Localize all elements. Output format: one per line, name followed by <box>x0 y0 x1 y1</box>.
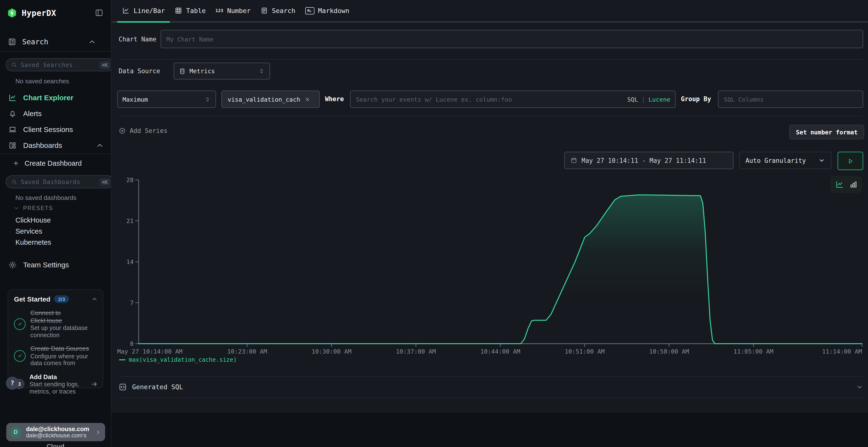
page-background <box>112 413 868 447</box>
where-search-input[interactable] <box>350 91 676 108</box>
saved-dashboards-input[interactable]: Saved Dashboards ⌘K <box>6 175 114 188</box>
sidebar-item-team-settings[interactable]: Team Settings <box>0 257 111 273</box>
chart-name-label: Chart Name <box>119 36 156 43</box>
doc-icon <box>260 7 268 14</box>
saved-dashboards-placeholder: Saved Dashboards <box>21 178 96 185</box>
no-saved-dashboards-text: No saved dashboards <box>16 194 76 201</box>
saved-searches-placeholder: Saved Searches <box>21 61 96 68</box>
help-button[interactable]: ? <box>6 377 19 390</box>
close-icon[interactable] <box>304 96 310 102</box>
chevron-down-icon <box>856 383 863 390</box>
divider <box>119 115 863 116</box>
get-started-item[interactable]: 3Add DataStart sending logs, metrics, or… <box>14 373 98 395</box>
x-tick-label: 11:14:00 AM <box>822 348 862 355</box>
group-by-input[interactable] <box>718 91 863 108</box>
preset-kubernetes[interactable]: Kubernetes <box>0 237 111 248</box>
shortcut-badge: ⌘K <box>100 178 111 186</box>
presets-label: PRESETS <box>23 205 53 211</box>
logo[interactable]: HyperDX <box>7 8 56 18</box>
data-source-select[interactable]: Metrics <box>174 63 270 79</box>
lucene-language-toggle[interactable]: Lucene <box>649 96 670 103</box>
get-started-item[interactable]: Create Data SourcesConfigure where your … <box>14 345 98 367</box>
metric-chip[interactable]: visa_validation_cach <box>221 91 320 108</box>
x-tick-label: 10:51:00 AM <box>565 348 605 355</box>
dashboard-icon <box>8 141 17 149</box>
play-icon <box>847 157 854 165</box>
sidebar-item-chart-explorer[interactable]: Chart Explorer <box>0 90 111 105</box>
laptop-icon <box>8 125 17 134</box>
add-series-button[interactable]: Add Series <box>119 127 167 134</box>
bell-icon <box>8 109 17 118</box>
preset-clickhouse[interactable]: ClickHouse <box>0 214 111 226</box>
tab-search[interactable]: Search <box>255 0 300 23</box>
sidebar-item-alerts[interactable]: Alerts <box>0 105 111 122</box>
divider <box>0 51 111 51</box>
saved-searches-input[interactable]: Saved Searches ⌘K <box>6 58 114 71</box>
x-tick-label: 10:23:00 AM <box>227 348 267 355</box>
divider <box>0 153 111 154</box>
group-by-label: Group By <box>681 95 711 103</box>
tab-line-bar[interactable]: Line/Bar <box>117 0 170 23</box>
chevron-up-icon[interactable] <box>95 141 104 149</box>
granularity-select[interactable]: Auto Granularity <box>739 152 831 169</box>
legend-label: max(visa_validation_cache.size) <box>129 356 237 363</box>
x-tick-label: 10:58:00 AM <box>649 348 689 355</box>
set-number-format-button[interactable]: Set number format <box>789 125 864 139</box>
get-started-item[interactable]: Connect to ClickHouseSet up your databas… <box>14 309 98 339</box>
step-subtitle: Set up your database connection <box>30 325 90 339</box>
select-chevrons-icon <box>258 68 265 74</box>
chart-svg[interactable]: 07142128May 27 10:14:00 AM10:23:00 AM10:… <box>112 171 868 376</box>
create-dashboard-button[interactable]: Create Dashboard <box>12 160 82 167</box>
sidebar-item-client-sessions[interactable]: Client Sessions <box>0 122 111 137</box>
sidebar-section-search[interactable]: Search <box>8 38 103 46</box>
generated-sql-toggle[interactable]: Generated SQL <box>119 376 863 398</box>
line-chart-icon <box>122 7 130 14</box>
tab-label: Table <box>186 7 206 14</box>
tab-markdown[interactable]: M↓Markdown <box>300 0 354 23</box>
date-range-picker[interactable]: May 27 10:14:11 - May 27 11:14:11 <box>564 152 734 169</box>
main-panel: Line/BarTable123NumberSearchM↓Markdown C… <box>112 0 868 413</box>
chevron-down-icon <box>818 157 825 164</box>
run-query-button[interactable] <box>838 152 863 170</box>
series-line <box>138 195 862 344</box>
divider <box>119 398 863 398</box>
chart-legend[interactable]: max(visa_validation_cache.size) <box>119 356 237 363</box>
step-title: Create Data Sources <box>30 345 90 352</box>
x-tick-label: 10:44:00 AM <box>480 348 520 355</box>
get-started-card: Get Started 2/3 Connect to ClickHouseSet… <box>8 289 103 388</box>
y-tick-label: 0 <box>130 340 133 347</box>
presets-header[interactable]: PRESETS <box>13 205 53 211</box>
search-icon <box>11 179 18 185</box>
tab-label: Number <box>227 7 251 14</box>
chevron-right-icon <box>95 429 101 435</box>
user-menu[interactable]: D dale@clickhouse.com dale@clickhouse.co… <box>6 423 105 441</box>
select-chevrons-icon <box>205 96 211 102</box>
collapse-sidebar-icon[interactable] <box>94 8 104 18</box>
help-label: ? <box>10 380 14 387</box>
step-title: Connect to ClickHouse <box>30 309 90 324</box>
sql-language-toggle[interactable]: SQL <box>627 96 638 103</box>
tab-number[interactable]: 123Number <box>211 0 255 23</box>
aggregation-select[interactable]: Maximum <box>117 91 216 108</box>
user-email: dale@clickhouse.com <box>26 425 89 432</box>
app-window: HyperDX Search Saved Searches ⌘K No save… <box>0 0 868 447</box>
chevron-up-icon[interactable] <box>91 296 98 303</box>
preset-label: Kubernetes <box>16 238 51 246</box>
granularity-value: Auto Granularity <box>745 157 806 164</box>
preset-services[interactable]: Services <box>0 226 111 237</box>
sidebar-item-label: Alerts <box>23 109 42 117</box>
y-tick-label: 28 <box>126 176 133 183</box>
tab-table[interactable]: Table <box>170 0 211 23</box>
check-circle-icon <box>14 318 26 330</box>
user-org-partial-text: Cloud <box>0 443 111 447</box>
aggregation-value: Maximum <box>123 96 148 103</box>
team-settings-label: Team Settings <box>23 261 69 269</box>
get-started-title: Get Started <box>14 295 51 303</box>
chart-name-input[interactable] <box>161 30 863 48</box>
sidebar-item-dashboards[interactable]: Dashboards <box>0 137 111 153</box>
metric-name: visa_validation_cach <box>227 96 300 103</box>
tab-label: Markdown <box>318 7 349 14</box>
chevron-up-icon[interactable] <box>88 38 96 46</box>
database-icon <box>179 68 186 74</box>
get-started-progress-badge: 2/3 <box>54 295 69 303</box>
